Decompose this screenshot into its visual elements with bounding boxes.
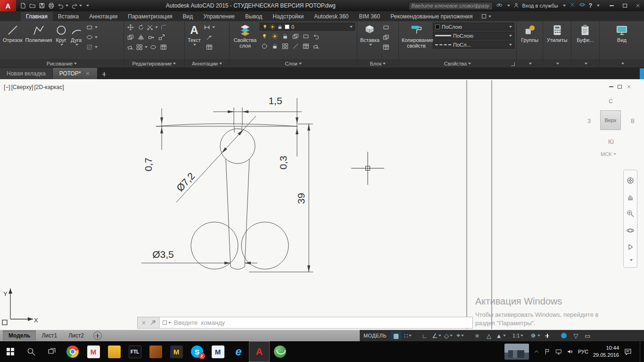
object-color-dropdown[interactable]: ПоСлою	[433, 23, 514, 31]
mirror-tool-icon[interactable]	[136, 33, 146, 41]
action-center-icon[interactable]	[624, 347, 632, 356]
layer-off-icon[interactable]	[260, 32, 269, 41]
layer-lock2-icon[interactable]	[270, 41, 280, 50]
viewport-menu-control[interactable]: [−]	[4, 84, 10, 90]
volume-icon[interactable]	[567, 348, 573, 355]
layer-current-icon[interactable]	[301, 32, 311, 41]
layer-unisolate-icon[interactable]	[260, 41, 269, 50]
ribbon-display-toggle[interactable]	[478, 11, 495, 21]
viewcube-west-label[interactable]: З	[587, 118, 591, 124]
panel-title-groups[interactable]	[517, 59, 543, 67]
taskbar-clock[interactable]: 10:44 29.05.2016	[593, 345, 619, 359]
clipboard-button[interactable]: Буфе...	[576, 23, 595, 44]
layer-dropdown[interactable]: 0	[260, 23, 355, 31]
open-file-icon[interactable]	[29, 2, 36, 9]
viewcube[interactable]: Верх	[600, 110, 621, 130]
tab-autodesk360[interactable]: Autodesk 360	[309, 12, 354, 21]
groups-button[interactable]: Группы	[520, 23, 539, 44]
offset-tool-icon[interactable]	[149, 42, 158, 51]
gmail-icon[interactable]: M	[83, 341, 104, 362]
panel-title-draw[interactable]: Рисование	[0, 59, 124, 67]
viewport-view-control[interactable]: [Сверху]	[11, 84, 33, 90]
tab-insert[interactable]: Вставка	[53, 12, 84, 21]
match-properties-button[interactable]: Копирование свойств	[401, 23, 432, 50]
leader-tool-icon[interactable]	[204, 33, 215, 41]
sign-in-caret-icon[interactable]	[563, 5, 566, 7]
show-desktop-button[interactable]	[640, 341, 642, 362]
clean-screen-icon[interactable]: ▭	[582, 331, 593, 340]
annotation-scale-button[interactable]: 1:1	[512, 331, 523, 340]
explode-tool-icon[interactable]	[159, 42, 168, 51]
new-layout-button[interactable]	[93, 331, 102, 340]
tab-featured-apps[interactable]: Рекомендованные приложения	[385, 12, 478, 21]
exchange-apps-icon[interactable]	[569, 1, 576, 10]
arc-tool-button[interactable]: Дуга	[69, 23, 83, 47]
drawing-canvas[interactable]: 1,5 0,7 0,3 39 Ø7,2 Ø3,5 Y X	[0, 79, 644, 330]
application-menu-button[interactable]: A	[0, 0, 16, 11]
viewport-style-control[interactable]: [2D-каркас]	[34, 84, 64, 90]
zoom-icon[interactable]	[626, 209, 635, 218]
layer-merge-icon[interactable]	[281, 41, 290, 50]
minimize-button[interactable]	[605, 1, 618, 10]
annotation-visibility-icon[interactable]: △	[484, 331, 494, 340]
autocad-taskbar-icon[interactable]: A	[249, 341, 270, 362]
steering-wheel-icon[interactable]	[626, 176, 635, 185]
command-close-icon[interactable]	[141, 320, 147, 326]
layer-properties-button[interactable]: Свойства слоя	[231, 23, 259, 50]
copy-tool-icon[interactable]	[126, 33, 135, 41]
new-drawing-button[interactable]	[99, 69, 109, 79]
layout2-tab[interactable]: Лист2	[63, 330, 90, 341]
save-icon[interactable]	[39, 2, 45, 9]
tab-view[interactable]: Вид	[178, 12, 198, 21]
properties-dialog-launcher-icon[interactable]	[511, 62, 515, 66]
isometric-drafting-icon[interactable]: ◇	[443, 331, 454, 340]
customization-gear-icon[interactable]	[530, 331, 540, 340]
layer-state-icon[interactable]	[301, 41, 311, 50]
fillet-tool-icon[interactable]	[159, 23, 168, 32]
layout1-tab[interactable]: Лист1	[36, 330, 63, 341]
drawing-restore-icon[interactable]	[618, 85, 622, 89]
ortho-mode-icon[interactable]: ∟	[420, 331, 430, 340]
lineweight-dropdown[interactable]: ПоСлою	[433, 32, 514, 40]
panel-title-modify[interactable]: Редактирование	[124, 59, 184, 67]
command-line[interactable]	[137, 317, 473, 329]
table-tool-icon[interactable]	[204, 42, 215, 51]
tab-output[interactable]: Вывод	[240, 12, 267, 21]
utilities-button[interactable]: Утилиты	[546, 23, 569, 44]
layer-match-icon[interactable]	[291, 32, 300, 41]
panel-title-layers[interactable]: Слои	[230, 59, 357, 67]
isolate-objects-icon[interactable]: ▽	[570, 331, 581, 340]
language-indicator[interactable]: РУС	[578, 349, 588, 354]
green-app-icon[interactable]	[270, 341, 290, 362]
autoscale-annotation-icon[interactable]: ▲	[495, 331, 506, 340]
edit-block-icon[interactable]	[381, 33, 391, 41]
layer-isolate-icon[interactable]	[270, 32, 280, 41]
stretch-tool-icon[interactable]	[147, 33, 156, 41]
tab-bim360[interactable]: BIM 360	[354, 12, 386, 21]
rotate-tool-icon[interactable]	[136, 23, 146, 32]
ftl-game-icon[interactable]: FTL	[124, 341, 145, 362]
snap-mode-icon[interactable]: ∷	[403, 331, 413, 340]
linetype-dropdown[interactable]: ПоСл...	[433, 41, 514, 49]
help-button[interactable]: ?	[589, 2, 592, 9]
taskbar-search-icon[interactable]	[21, 341, 41, 362]
file-tab-close-icon[interactable]	[85, 71, 91, 76]
network-icon[interactable]	[555, 348, 562, 355]
viewcube-south-label[interactable]: Ю	[608, 139, 614, 145]
file-tab-rotor[interactable]: РОТОР*	[53, 68, 97, 79]
layer-delete-icon[interactable]	[312, 41, 321, 50]
viewcube-east-label[interactable]: В	[631, 118, 635, 124]
graphics-performance-icon[interactable]	[559, 331, 569, 340]
ellipse-tool-icon[interactable]	[86, 33, 98, 41]
view-button[interactable]: Вид	[615, 23, 629, 44]
move-tool-icon[interactable]	[126, 23, 135, 32]
text-tool-button[interactable]: AТекст	[187, 23, 202, 47]
layer-freeze-icon[interactable]	[281, 32, 290, 41]
lineweight-display-icon[interactable]: ≡	[472, 331, 482, 340]
panel-title-view[interactable]	[600, 59, 644, 67]
block-attributes-icon[interactable]	[381, 42, 391, 51]
navbar-menu-caret-icon[interactable]	[630, 259, 633, 261]
object-snap-icon[interactable]: ⌖	[455, 331, 465, 340]
grid-icon[interactable]: ▦	[391, 331, 401, 340]
skype-icon[interactable]: S2	[187, 341, 207, 362]
